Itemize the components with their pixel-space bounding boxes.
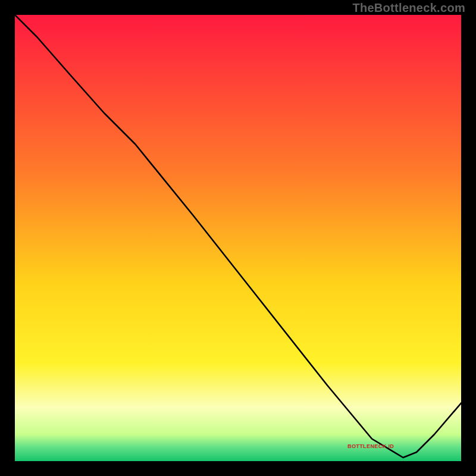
attribution-text: TheBottleneck.com (352, 1, 465, 15)
chart-frame: BOTTLENECK ID (15, 15, 461, 461)
bottleneck-chart (15, 15, 461, 461)
chart-background (15, 15, 461, 461)
bottleneck-id-label: BOTTLENECK ID (347, 443, 394, 449)
